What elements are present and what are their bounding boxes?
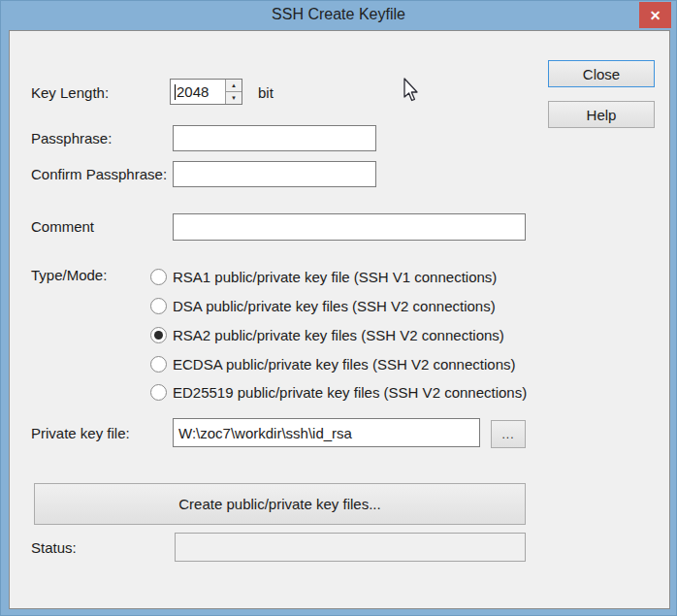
radio-rsa2-label: RSA2 public/private key files (SSH V2 co… bbox=[173, 327, 504, 343]
key-length-unit-label: bit bbox=[258, 84, 274, 102]
radio-rsa2[interactable]: RSA2 public/private key files (SSH V2 co… bbox=[150, 325, 504, 344]
radio-ed25519[interactable]: ED25519 public/private key files (SSH V2… bbox=[150, 382, 527, 402]
status-label: Status: bbox=[31, 539, 77, 557]
window-close-button[interactable]: ✕ bbox=[639, 2, 671, 28]
passphrase-input[interactable] bbox=[173, 125, 376, 151]
help-button[interactable]: Help bbox=[548, 101, 655, 128]
radio-icon bbox=[150, 298, 167, 314]
browse-button[interactable]: ... bbox=[491, 420, 526, 448]
private-key-file-label: Private key file: bbox=[31, 425, 130, 442]
comment-label: Comment bbox=[31, 218, 94, 236]
close-button[interactable]: Close bbox=[548, 60, 655, 87]
close-icon: ✕ bbox=[650, 8, 661, 23]
radio-icon bbox=[150, 269, 167, 285]
radio-dsa[interactable]: DSA public/private key files (SSH V2 con… bbox=[150, 296, 496, 315]
mouse-cursor-icon bbox=[403, 78, 420, 103]
window-title: SSH Create Keyfile bbox=[1, 6, 676, 23]
ellipsis-icon: ... bbox=[501, 428, 514, 441]
title-bar[interactable]: SSH Create Keyfile ✕ bbox=[1, 1, 676, 30]
radio-ecdsa[interactable]: ECDSA public/private key files (SSH V2 c… bbox=[150, 354, 516, 373]
radio-icon bbox=[150, 384, 167, 401]
radio-rsa1-label: RSA1 public/private key file (SSH V1 con… bbox=[173, 269, 497, 285]
confirm-passphrase-input[interactable] bbox=[173, 161, 376, 187]
dialog-body: Key Length: 2048 ▲ ▼ bit Close Help Pass… bbox=[9, 30, 670, 609]
key-length-input[interactable]: 2048 bbox=[171, 80, 225, 104]
spin-up-button[interactable]: ▲ bbox=[226, 80, 242, 92]
create-keyfiles-button[interactable]: Create public/private key files... bbox=[34, 483, 526, 525]
spin-down-button[interactable]: ▼ bbox=[226, 92, 242, 104]
key-length-stepper[interactable]: 2048 ▲ ▼ bbox=[170, 79, 242, 105]
radio-ecdsa-label: ECDSA public/private key files (SSH V2 c… bbox=[173, 356, 516, 373]
confirm-passphrase-label: Confirm Passphrase: bbox=[31, 166, 167, 183]
status-field bbox=[175, 533, 526, 562]
radio-rsa1[interactable]: RSA1 public/private key file (SSH V1 con… bbox=[150, 267, 497, 286]
type-mode-label: Type/Mode: bbox=[31, 267, 107, 284]
radio-icon bbox=[150, 327, 167, 343]
ssh-create-keyfile-dialog: SSH Create Keyfile ✕ Key Length: 2048 ▲ … bbox=[0, 0, 677, 616]
private-key-file-input[interactable] bbox=[173, 418, 480, 447]
radio-ed25519-label: ED25519 public/private key files (SSH V2… bbox=[173, 384, 527, 401]
key-length-label: Key Length: bbox=[31, 84, 109, 102]
text-caret bbox=[175, 84, 176, 100]
radio-icon bbox=[150, 356, 167, 373]
passphrase-label: Passphrase: bbox=[31, 130, 112, 147]
comment-input[interactable] bbox=[173, 213, 526, 241]
radio-dsa-label: DSA public/private key files (SSH V2 con… bbox=[173, 298, 496, 314]
